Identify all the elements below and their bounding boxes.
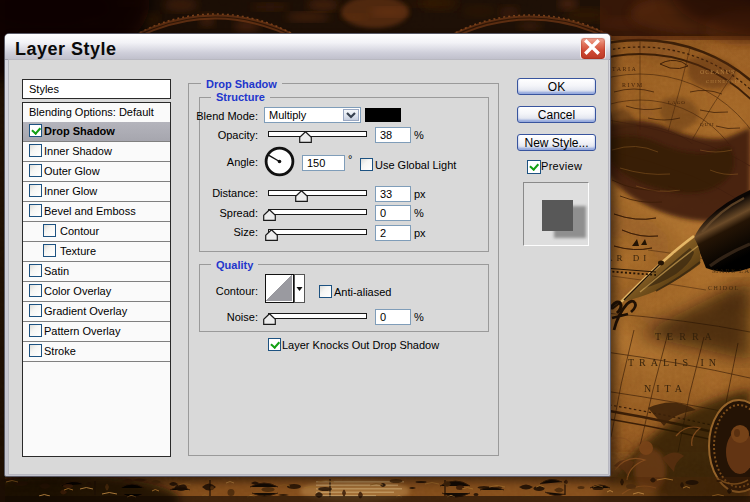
svg-text:MARE LA: MARE LA <box>712 267 750 275</box>
svg-text:AR DI: AR DI <box>606 253 650 263</box>
svg-text:TERRA: TERRA <box>655 331 718 342</box>
svg-text:CHIDOL: CHIDOL <box>708 285 740 291</box>
svg-text:NITA: NITA <box>644 383 687 394</box>
svg-text:TRALIS IN: TRALIS IN <box>628 357 721 368</box>
